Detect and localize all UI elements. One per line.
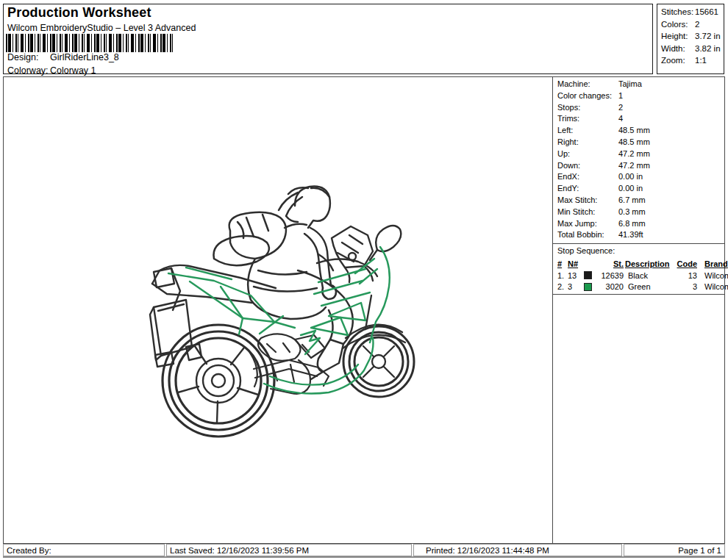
machine-info-row: Max Jump: 6.8 mm — [557, 219, 720, 231]
info-label: Right: — [557, 137, 618, 149]
info-value: 47.2 mm — [618, 149, 650, 161]
colorway-row: Colorway: Colorway 1 — [7, 65, 96, 76]
machine-info-row: Color changes: 1 — [557, 91, 720, 103]
col-code: Code — [677, 259, 699, 268]
info-value: 48.5 mm — [618, 126, 650, 137]
info-label: Color changes: — [557, 91, 618, 103]
stop-sequence-title: Stop Sequence: — [557, 246, 720, 258]
design-stats-box: Stitches: 15661 Colors: 2 Height: 3.72 i… — [657, 4, 724, 74]
thread-color-swatch — [584, 271, 592, 279]
front-wheel-hub-fender-fork — [343, 295, 405, 377]
stat-value: 3.82 in — [695, 44, 721, 57]
machine-info-row: Down: 47.2 mm — [557, 161, 720, 173]
machine-info-row: Max Stitch: 6.7 mm — [557, 195, 720, 207]
stat-label: Zoom: — [661, 56, 695, 68]
panel-divider — [553, 243, 724, 244]
info-value: 0.00 in — [618, 184, 643, 195]
info-label: Machine: — [557, 79, 618, 91]
design-barcode — [6, 34, 173, 52]
info-label: Max Jump: — [557, 219, 618, 231]
seq-num: 1. — [557, 271, 568, 280]
page-number-cell: Page 1 of 1 — [624, 544, 725, 556]
stat-value: 15661 — [695, 7, 718, 20]
machine-info-row: Trims: 4 — [557, 114, 720, 126]
machine-info-row: Up: 47.2 mm — [557, 149, 720, 161]
design-name-row: Design: GirlRiderLine3_8 — [7, 52, 119, 62]
machine-info-row: Stops: 2 — [557, 103, 720, 115]
machine-info-row: EndY: 0.00 in — [557, 184, 720, 195]
info-label: Down: — [557, 161, 618, 173]
black-stitch-lines — [150, 187, 414, 437]
info-value: 47.2 mm — [618, 161, 650, 173]
seq-n: 13 — [568, 271, 584, 280]
stat-value: 3.72 in — [695, 32, 721, 44]
info-value: Tajima — [618, 79, 642, 91]
stop-sequence-row: 1. 13 12639 Black 13 Wilcom — [557, 270, 720, 281]
stat-row: Stitches: 15661 — [661, 7, 724, 20]
seq-stitches: 3020 — [596, 282, 625, 291]
seq-code: 3 — [677, 282, 699, 291]
info-value: 4 — [618, 114, 623, 126]
stat-row: Width: 3.82 in — [661, 44, 724, 57]
machine-info-panel: Machine: Tajima Color changes: 1 Stops: … — [552, 77, 724, 543]
machine-info-row: EndX: 0.00 in — [557, 172, 720, 184]
seq-brand: Wilcom — [699, 282, 728, 291]
machine-info-row: Machine: Tajima — [557, 79, 720, 91]
front-wheel — [343, 326, 414, 397]
machine-info-row: Right: 48.5 mm — [557, 137, 720, 149]
seq-code: 13 — [677, 271, 699, 280]
machine-info-row: Min Stitch: 0.3 mm — [557, 207, 720, 219]
stat-label: Width: — [661, 44, 695, 57]
info-label: Up: — [557, 149, 618, 161]
info-label: Left: — [557, 126, 618, 137]
machine-info-row: Left: 48.5 mm — [557, 126, 720, 137]
design-label: Design: — [7, 52, 50, 62]
info-label: EndY: — [557, 184, 618, 195]
info-value: 6.8 mm — [618, 219, 646, 231]
col-n: N# — [568, 259, 584, 268]
info-label: Total Bobbin: — [557, 230, 618, 242]
last-saved-cell: Last Saved: 12/16/2023 11:39:56 PM — [166, 544, 412, 556]
design-canvas: Machine: Tajima Color changes: 1 Stops: … — [3, 76, 725, 544]
info-value: 0.3 mm — [618, 207, 646, 219]
rear-wheel — [163, 325, 274, 437]
printed-cell: Printed: 12/16/2023 11:44:48 PM — [413, 544, 622, 556]
info-value: 2 — [618, 103, 623, 115]
stat-value: 2 — [695, 20, 699, 32]
info-label: EndX: — [557, 172, 618, 184]
info-value: 6.7 mm — [618, 195, 646, 207]
stat-row: Zoom: 1:1 — [661, 56, 724, 68]
seq-num: 2. — [557, 282, 568, 291]
stat-label: Stitches: — [661, 7, 695, 20]
info-label: Trims: — [557, 114, 618, 126]
software-subtitle: Wilcom EmbroideryStudio – Level 3 Advanc… — [7, 23, 196, 33]
backpack — [213, 212, 286, 265]
stop-sequence-header-row: # N# St. Description Code Brand — [557, 258, 720, 270]
embroidery-design-girl-rider — [143, 184, 415, 441]
info-value: 1 — [618, 91, 623, 103]
seq-n: 3 — [568, 282, 584, 291]
col-st: St. — [596, 259, 625, 268]
seq-description: Black — [625, 271, 677, 280]
info-label: Min Stitch: — [557, 207, 618, 219]
production-worksheet-page: Production Worksheet Wilcom EmbroiderySt… — [0, 0, 728, 560]
col-description: Description — [625, 259, 677, 268]
col-num: # — [557, 259, 568, 268]
seq-stitches: 12639 — [596, 271, 625, 280]
info-label: Stops: — [557, 103, 618, 115]
stat-label: Colors: — [661, 20, 695, 32]
design-value: GirlRiderLine3_8 — [50, 52, 119, 62]
col-brand: Brand — [699, 259, 728, 268]
info-value: 0.00 in — [618, 172, 643, 184]
stat-row: Colors: 2 — [661, 20, 724, 32]
footer: Created By: Last Saved: 12/16/2023 11:39… — [3, 544, 725, 558]
info-value: 48.5 mm — [618, 137, 650, 149]
stop-sequence-row: 2. 3 3020 Green 3 Wilcom — [557, 281, 720, 292]
stat-row: Height: 3.72 in — [661, 32, 724, 44]
seq-brand: Wilcom — [699, 271, 728, 280]
colorway-label: Colorway: — [7, 65, 50, 76]
stat-value: 1:1 — [695, 56, 707, 68]
rider — [213, 187, 352, 379]
seq-description: Green — [625, 282, 677, 291]
stat-label: Height: — [661, 32, 695, 44]
